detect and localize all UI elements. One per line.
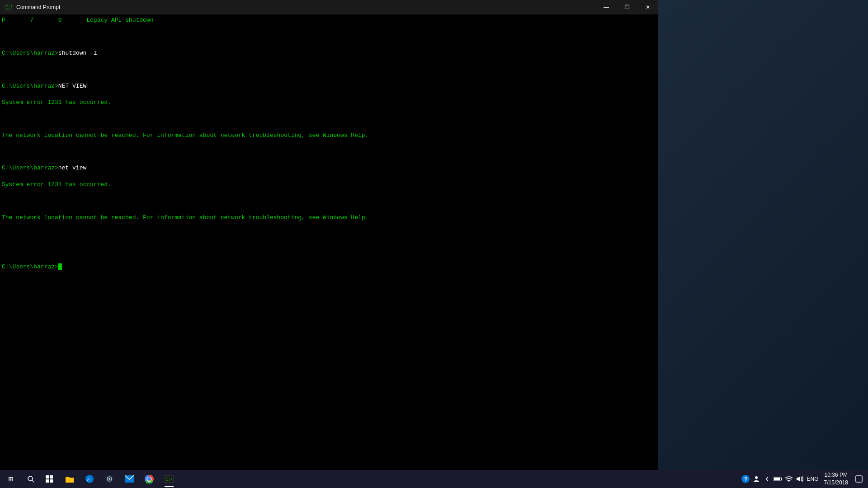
svg-rect-27	[856, 476, 862, 482]
cmd-window: C:\ Command Prompt — ❐ ✕ P 7 0 Legacy AP…	[0, 0, 658, 470]
titlebar-buttons: — ❐ ✕	[596, 0, 658, 14]
notification-button[interactable]	[852, 470, 866, 488]
terminal-prompt-line: C:\Users\harraz>shutdown -i	[2, 49, 656, 57]
svg-point-21	[755, 476, 758, 479]
cmd-icon: C:\	[4, 3, 13, 12]
edge-button[interactable]: e	[80, 470, 99, 488]
terminal-prompt-line: C:\Users\harraz>NET VIEW	[2, 82, 656, 90]
svg-marker-26	[797, 476, 800, 482]
search-button[interactable]	[22, 470, 40, 488]
tray-question-icon[interactable]: ?	[740, 470, 751, 488]
terminal-blank-line	[2, 246, 656, 254]
maximize-button[interactable]: ❐	[617, 0, 637, 14]
clock-time: 10:36 PM	[825, 471, 848, 479]
svg-text:e: e	[87, 476, 90, 483]
clock[interactable]: 10:36 PM 7/15/2018	[821, 470, 852, 488]
svg-rect-6	[46, 479, 49, 483]
terminal-blank-line	[2, 115, 656, 123]
minimize-button[interactable]: —	[596, 0, 617, 14]
terminal-blank-line	[2, 66, 656, 74]
tray-network-icon[interactable]	[783, 470, 794, 488]
tray-battery-icon[interactable]	[773, 470, 783, 488]
taskbar: ⊞ e	[0, 470, 868, 488]
terminal-blank-line	[2, 197, 656, 205]
svg-line-3	[32, 480, 34, 482]
titlebar-title: Command Prompt	[16, 4, 596, 10]
terminal-blank-line	[2, 148, 656, 156]
tray-volume-icon[interactable]	[794, 470, 805, 488]
close-button[interactable]: ✕	[637, 0, 658, 14]
svg-rect-5	[50, 475, 53, 479]
language-indicator[interactable]: ENG	[805, 476, 821, 482]
terminal-blank-line	[2, 33, 656, 41]
chrome-button[interactable]	[139, 470, 159, 488]
svg-text:C:\: C:\	[5, 5, 12, 10]
terminal-output[interactable]: P 7 0 Legacy API shutdown C:\Users\harra…	[0, 14, 658, 470]
svg-rect-24	[781, 478, 782, 480]
svg-point-25	[788, 481, 789, 482]
mail-button[interactable]	[119, 470, 139, 488]
clock-date: 7/15/2018	[824, 479, 848, 487]
svg-point-12	[108, 478, 110, 480]
terminal-prompt-line: C:\Users\harraz>net view	[2, 164, 656, 172]
terminal-line: The network location cannot be reached. …	[2, 214, 656, 222]
terminal-line: System error 1231 has occurred.	[2, 99, 656, 107]
terminal-line: System error 1231 has occurred.	[2, 181, 656, 189]
terminal-line: P 7 0 Legacy API shutdown	[2, 16, 656, 24]
file-explorer-button[interactable]	[60, 470, 80, 488]
svg-rect-4	[46, 475, 49, 479]
svg-point-2	[28, 476, 33, 481]
tray-chevron-icon[interactable]	[762, 470, 773, 488]
cmd-taskbar-button[interactable]: C:\	[159, 470, 179, 488]
start-button[interactable]: ⊞	[0, 470, 22, 488]
svg-text:?: ?	[744, 476, 747, 483]
steam-button[interactable]	[99, 470, 119, 488]
svg-point-16	[148, 478, 151, 481]
taskbar-tray: ?	[738, 470, 868, 488]
tray-person-icon[interactable]	[751, 470, 762, 488]
terminal-cursor-line: C:\Users\harraz>	[2, 263, 656, 271]
svg-rect-23	[774, 478, 780, 480]
terminal-blank-line	[2, 230, 656, 238]
svg-rect-7	[50, 479, 53, 483]
svg-text:C:\: C:\	[165, 477, 173, 482]
cursor-blink	[58, 263, 62, 270]
titlebar: C:\ Command Prompt — ❐ ✕	[0, 0, 658, 14]
terminal-line: The network location cannot be reached. …	[2, 131, 656, 140]
task-view-button[interactable]	[40, 470, 60, 488]
